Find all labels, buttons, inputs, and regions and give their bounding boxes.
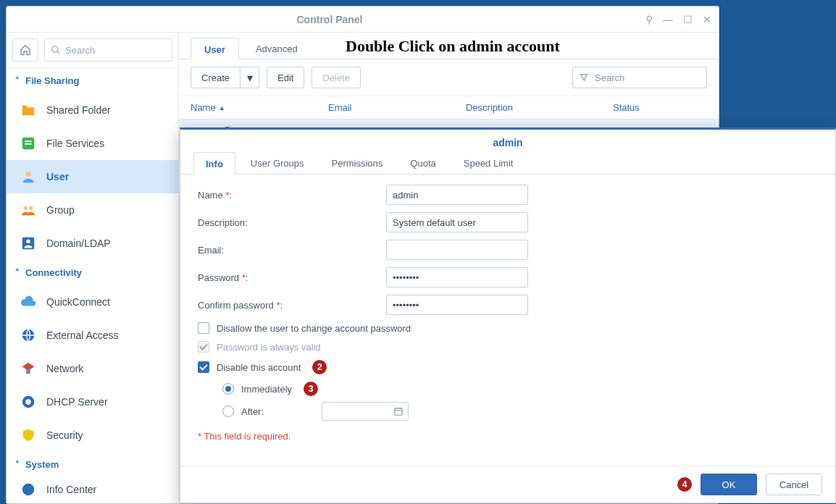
pw-always-valid-label: Password is always valid	[217, 342, 321, 353]
sidebar-item-quickconnect[interactable]: QuickConnect	[7, 285, 178, 319]
confirm-password-field[interactable]	[386, 295, 528, 315]
annotation-4: 4	[677, 477, 692, 492]
svg-point-7	[29, 206, 33, 211]
group-system[interactable]: ˄ System	[7, 452, 178, 477]
tab-user-groups[interactable]: User Groups	[238, 151, 317, 174]
description-label: Description:	[198, 217, 386, 228]
col-email[interactable]: Email	[328, 102, 466, 113]
dialog-tabs: Info User Groups Permissions Quota Speed…	[180, 151, 835, 175]
svg-line-1	[57, 51, 60, 54]
toolbar: Create ▾ Edit Delete Search	[179, 59, 719, 96]
sidebar-item-shared-folder[interactable]: Shared Folder	[7, 93, 178, 127]
sidebar: Search ˄ File Sharing Shared Folder File…	[7, 33, 179, 503]
pin-icon[interactable]: ⚲	[645, 14, 653, 25]
email-label: Email:	[198, 245, 386, 256]
home-button[interactable]	[12, 38, 38, 62]
chevron-up-icon: ˄	[15, 268, 20, 277]
disallow-change-label: Disallow the user to change account pass…	[217, 323, 411, 334]
sidebar-search-input[interactable]: Search	[44, 38, 172, 62]
required-footnote: * This field is required.	[198, 431, 818, 442]
user-icon	[20, 169, 36, 185]
minimize-icon[interactable]: —	[663, 14, 673, 25]
sidebar-item-dhcp-server[interactable]: DHCP Server	[7, 385, 178, 419]
svg-point-5	[25, 172, 30, 177]
sidebar-item-group[interactable]: Group	[7, 193, 178, 227]
info-icon	[20, 482, 36, 497]
sort-asc-icon: ▲	[219, 104, 225, 112]
group-file-sharing[interactable]: ˄ File Sharing	[7, 68, 178, 93]
user-edit-dialog: admin Info User Groups Permissions Quota…	[180, 127, 836, 503]
tab-permissions[interactable]: Permissions	[319, 151, 396, 174]
edit-button[interactable]: Edit	[267, 67, 304, 88]
sidebar-item-user[interactable]: User	[7, 160, 178, 193]
shield-icon	[20, 427, 36, 443]
maximize-icon[interactable]: ☐	[683, 14, 693, 25]
toolbar-search-placeholder: Search	[595, 72, 624, 83]
disable-account-label: Disable this account	[217, 362, 301, 373]
group-icon	[20, 202, 36, 218]
filter-icon	[579, 72, 589, 83]
folder-icon	[20, 102, 36, 118]
tab-quota[interactable]: Quota	[398, 151, 448, 174]
sidebar-item-domain-ldap[interactable]: Domain/LDAP	[7, 227, 178, 260]
sidebar-item-file-services[interactable]: File Services	[7, 127, 178, 160]
svg-point-14	[22, 484, 35, 496]
after-date-field[interactable]	[322, 402, 409, 421]
sidebar-search-placeholder: Search	[65, 45, 95, 56]
tab-speed-limit[interactable]: Speed Limit	[451, 151, 526, 174]
dhcp-icon	[20, 394, 36, 410]
annotation-2: 2	[312, 360, 327, 374]
ok-button[interactable]: OK	[701, 474, 757, 495]
sidebar-item-external-access[interactable]: External Access	[7, 319, 178, 352]
annotation-3: 3	[304, 382, 318, 396]
toolbar-search-input[interactable]: Search	[572, 67, 707, 88]
svg-rect-3	[25, 140, 31, 142]
svg-rect-11	[26, 369, 30, 374]
create-dropdown-caret[interactable]: ▾	[241, 67, 259, 88]
title-bar: Control Panel ⚲ — ☐ ✕	[7, 7, 719, 33]
radio-immediately-label: Immediately	[241, 384, 292, 395]
col-status[interactable]: Status	[613, 102, 707, 113]
sidebar-item-info-center[interactable]: Info Center	[7, 477, 178, 497]
calendar-icon	[393, 406, 404, 416]
password-label: Password *:	[198, 272, 386, 283]
radio-after[interactable]	[222, 406, 234, 417]
disable-account-checkbox[interactable]	[198, 361, 209, 373]
svg-rect-4	[25, 143, 31, 145]
password-field[interactable]	[386, 267, 528, 287]
col-name[interactable]: Name▲	[191, 102, 328, 113]
create-button[interactable]: Create	[191, 67, 241, 88]
group-connectivity[interactable]: ˄ Connectivity	[7, 260, 178, 285]
chevron-up-icon: ˄	[15, 76, 20, 85]
svg-rect-15	[395, 408, 403, 415]
chevron-up-icon: ˄	[15, 460, 20, 469]
col-description[interactable]: Description	[466, 102, 613, 113]
main-tabs: User Advanced	[179, 33, 719, 59]
tab-info[interactable]: Info	[193, 152, 235, 175]
svg-point-6	[24, 206, 28, 211]
cloud-icon	[20, 294, 36, 310]
tab-user[interactable]: User	[191, 38, 239, 59]
radio-after-label: After:	[241, 406, 264, 417]
globe-icon	[20, 327, 36, 343]
sidebar-item-security[interactable]: Security	[7, 419, 178, 452]
table-header: Name▲ Email Description Status	[179, 96, 719, 119]
disallow-change-checkbox[interactable]	[198, 322, 209, 334]
window-title: Control Panel	[297, 14, 363, 25]
network-icon	[20, 361, 36, 377]
domain-ldap-icon	[20, 235, 36, 251]
tab-advanced[interactable]: Advanced	[242, 37, 312, 59]
email-field[interactable]	[386, 240, 528, 260]
sidebar-item-network[interactable]: Network	[7, 352, 178, 385]
dialog-title: admin	[180, 130, 835, 151]
cancel-button[interactable]: Cancel	[766, 474, 822, 495]
svg-point-0	[52, 46, 58, 52]
radio-immediately[interactable]	[222, 383, 234, 395]
svg-point-9	[26, 240, 30, 244]
name-field[interactable]	[386, 185, 528, 205]
pw-always-valid-checkbox	[198, 341, 209, 353]
name-label: Name *:	[198, 190, 386, 201]
description-field[interactable]	[386, 212, 528, 232]
close-icon[interactable]: ✕	[703, 14, 711, 25]
delete-button: Delete	[312, 67, 361, 88]
